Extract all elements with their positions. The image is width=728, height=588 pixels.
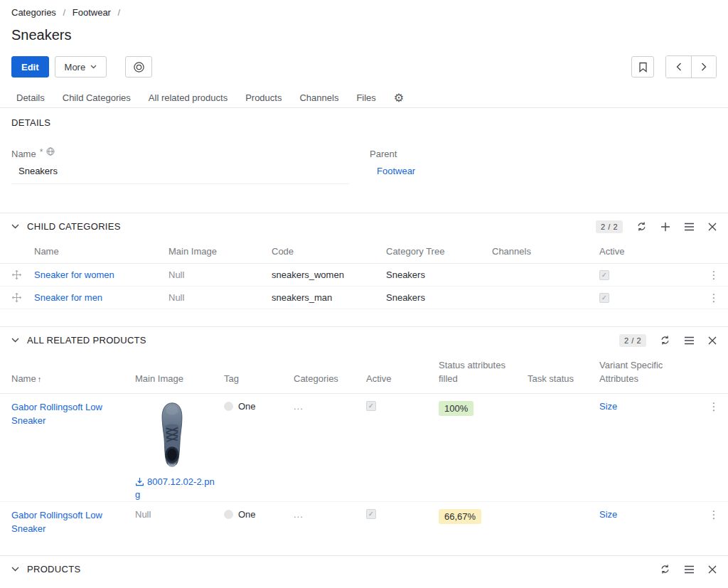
breadcrumb: Categories / Footwear / xyxy=(11,7,717,18)
column-header-status-attributes[interactable]: Status attributes filled xyxy=(439,359,518,386)
child-categories-header: CHILD CATEGORIES 2 / 2 xyxy=(0,213,728,240)
column-header-categories[interactable]: Categories xyxy=(294,373,366,386)
column-header-channels[interactable]: Channels xyxy=(492,246,599,257)
tag-color-dot xyxy=(224,402,233,411)
action-toolbar: Edit More xyxy=(11,55,717,78)
prev-record-button[interactable] xyxy=(666,56,691,77)
tab-child-categories[interactable]: Child Categories xyxy=(63,92,131,103)
categories-cell: ... xyxy=(294,508,366,520)
collapse-chevron-icon[interactable] xyxy=(11,338,19,343)
related-products-header: ALL RELATED PRODUCTS 2 / 2 xyxy=(0,327,728,353)
more-button[interactable]: More xyxy=(55,56,107,77)
tab-files[interactable]: Files xyxy=(356,92,375,103)
tag-cell: One xyxy=(224,400,294,412)
refresh-icon[interactable] xyxy=(636,221,647,232)
record-pager xyxy=(665,55,717,78)
column-header-active[interactable]: Active xyxy=(599,246,707,257)
code-cell: sneakers_women xyxy=(272,269,386,280)
add-icon[interactable] xyxy=(660,222,670,232)
edit-button[interactable]: Edit xyxy=(11,56,49,77)
column-header-active[interactable]: Active xyxy=(366,373,439,386)
breadcrumb-separator: / xyxy=(118,7,121,18)
breadcrumb-separator: / xyxy=(63,7,66,18)
refresh-icon[interactable] xyxy=(660,335,670,346)
product-link[interactable]: Gabor Rollingsoft Low Sneaker xyxy=(11,401,124,428)
child-category-link[interactable]: Sneaker for men xyxy=(34,292,102,303)
download-icon xyxy=(135,477,144,486)
variant-attributes-link[interactable]: Size xyxy=(599,401,617,412)
main-image-cell: Null xyxy=(168,292,272,303)
grid-settings-icon[interactable] xyxy=(684,336,695,345)
column-header-name[interactable]: Name xyxy=(34,246,168,257)
close-icon[interactable] xyxy=(708,565,717,574)
row-actions-kebab-icon[interactable]: ⋮ xyxy=(707,269,721,280)
check-icon: ✓ xyxy=(368,402,374,410)
tab-all-related-products[interactable]: All related products xyxy=(149,92,228,103)
column-header-main-image[interactable]: Main Image xyxy=(135,373,215,386)
status-attributes-badge: 66,67% xyxy=(439,509,481,524)
drag-handle-icon[interactable] xyxy=(11,269,34,280)
child-categories-grid-header: Name Main Image Code Category Tree Chann… xyxy=(0,240,728,264)
active-checkbox: ✓ xyxy=(599,293,609,303)
target-icon xyxy=(133,61,145,73)
breadcrumb-categories[interactable]: Categories xyxy=(11,7,56,18)
active-checkbox: ✓ xyxy=(366,509,376,519)
image-download-link[interactable]: 8007.12.02-2.png xyxy=(135,476,215,501)
row-actions-kebab-icon[interactable]: ⋮ xyxy=(707,292,721,303)
column-header-category-tree[interactable]: Category Tree xyxy=(386,246,492,257)
row-count-badge: 2 / 2 xyxy=(596,220,623,233)
column-header-tag[interactable]: Tag xyxy=(224,373,294,386)
refresh-icon[interactable] xyxy=(660,564,670,574)
drag-handle-icon[interactable] xyxy=(11,292,34,303)
active-checkbox: ✓ xyxy=(366,401,376,411)
column-header-main-image[interactable]: Main Image xyxy=(168,246,272,257)
task-status-cell xyxy=(528,508,599,509)
collapse-chevron-icon[interactable] xyxy=(11,567,19,572)
column-header-code[interactable]: Code xyxy=(272,246,386,257)
row-actions-kebab-icon[interactable]: ⋮ xyxy=(707,508,721,520)
chevron-right-icon xyxy=(701,63,707,71)
table-row: Gabor Rollingsoft Low Sneaker xyxy=(0,394,728,502)
parent-field: Parent Footwear xyxy=(370,149,717,184)
tab-products[interactable]: Products xyxy=(245,92,282,103)
name-field: Name * Sneakers xyxy=(11,149,349,184)
column-header-task-status[interactable]: Task status xyxy=(528,373,599,386)
name-field-label: Name xyxy=(11,149,36,159)
parent-field-label: Parent xyxy=(370,149,397,159)
breadcrumb-footwear[interactable]: Footwear xyxy=(73,7,111,18)
parent-category-link[interactable]: Footwear xyxy=(377,166,415,176)
details-section-title: DETAILS xyxy=(0,108,728,128)
active-checkbox: ✓ xyxy=(599,270,609,280)
grid-settings-icon[interactable] xyxy=(684,565,695,574)
favorite-button[interactable] xyxy=(631,56,654,77)
next-record-button[interactable] xyxy=(691,56,716,77)
product-link[interactable]: Gabor Rollingsoft Low Sneaker xyxy=(11,509,124,536)
processes-button[interactable] xyxy=(125,56,152,77)
row-actions-kebab-icon[interactable]: ⋮ xyxy=(707,400,721,412)
chevron-left-icon xyxy=(676,63,682,71)
code-cell: sneakers_man xyxy=(272,292,386,303)
tab-details[interactable]: Details xyxy=(16,92,45,103)
globe-icon xyxy=(46,147,55,156)
more-button-label: More xyxy=(65,62,86,73)
header-nav-actions xyxy=(631,55,717,78)
column-header-name[interactable]: Name↑ xyxy=(11,373,91,386)
chevron-down-icon xyxy=(90,65,97,69)
child-category-link[interactable]: Sneaker for women xyxy=(34,269,114,280)
product-image[interactable] xyxy=(156,401,224,470)
main-image-cell: Null xyxy=(168,269,272,280)
page-title: Sneakers xyxy=(11,27,717,43)
tag-cell: One xyxy=(224,508,294,520)
grid-settings-icon[interactable] xyxy=(684,223,695,231)
column-header-variant-attributes[interactable]: Variant Specific Attributes xyxy=(599,359,679,386)
row-count-badge: 2 / 2 xyxy=(619,334,646,347)
tab-channels[interactable]: Channels xyxy=(299,92,338,103)
variant-attributes-link[interactable]: Size xyxy=(599,509,617,520)
tab-settings-gear-icon[interactable]: ⚙ xyxy=(394,92,404,104)
related-products-title: ALL RELATED PRODUCTS xyxy=(27,335,146,346)
bookmark-icon xyxy=(638,62,648,73)
close-icon[interactable] xyxy=(708,223,717,231)
tag-color-dot xyxy=(224,510,233,519)
close-icon[interactable] xyxy=(708,336,717,345)
collapse-chevron-icon[interactable] xyxy=(11,224,19,229)
